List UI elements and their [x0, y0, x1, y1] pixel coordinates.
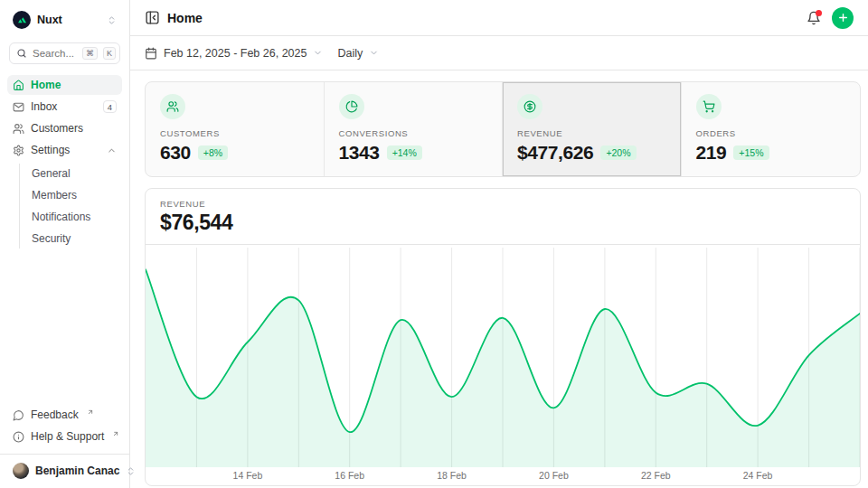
sidebar-item-security[interactable]: Security [28, 229, 122, 249]
sidebar-item-feedback[interactable]: Feedback [7, 405, 122, 425]
add-button[interactable] [832, 7, 854, 29]
x-axis-tick-label: 18 Feb [437, 470, 467, 481]
sidebar-item-members[interactable]: Members [28, 185, 122, 205]
kbd-k: K [103, 47, 116, 61]
stat-delta-badge: +14% [387, 145, 422, 160]
chart-metric-label: REVENUE [160, 199, 845, 209]
stat-label: ORDERS [696, 128, 846, 138]
home-icon [13, 80, 24, 91]
revenue-area-chart[interactable]: 14 Feb16 Feb18 Feb20 Feb22 Feb24 Feb [146, 245, 860, 485]
plus-icon [837, 12, 849, 23]
workspace-selector[interactable]: Nuxt [7, 9, 122, 31]
date-range-label: Feb 12, 2025 - Feb 26, 2025 [164, 47, 307, 60]
sidebar-spacer [7, 249, 122, 405]
sidebar-item-label: Inbox [31, 100, 97, 113]
inbox-icon [13, 101, 24, 113]
chevron-down-icon [313, 48, 323, 58]
inbox-count-badge: 4 [103, 100, 117, 113]
shopping-cart-icon [696, 94, 722, 119]
stat-value: 630 [160, 142, 191, 164]
nuxt-logo-icon [13, 11, 31, 29]
revenue-chart-card: REVENUE $76,544 14 Feb16 Feb18 Feb20 Feb… [145, 188, 861, 486]
period-select[interactable]: Daily [337, 47, 379, 60]
message-circle-icon [13, 409, 24, 421]
sidebar-nav: Home Inbox 4 Customers Settings [7, 75, 122, 249]
stats-row: CUSTOMERS 630 +8% CONVERSIONS 1343 +14% [145, 81, 861, 177]
notifications-button[interactable] [807, 11, 821, 25]
settings-subnav: General Members Notifications Security [19, 164, 122, 249]
user-menu[interactable]: Benjamin Canac [7, 461, 122, 481]
gear-icon [13, 145, 24, 156]
circle-dollar-icon [517, 94, 542, 119]
search-icon [16, 48, 27, 59]
stat-card-customers[interactable]: CUSTOMERS 630 +8% [146, 82, 325, 176]
dashboard-content: CUSTOMERS 630 +8% CONVERSIONS 1343 +14% [130, 70, 868, 486]
stat-label: CONVERSIONS [339, 128, 488, 138]
sidebar-item-home[interactable]: Home [7, 75, 122, 95]
stat-delta-badge: +15% [733, 145, 769, 160]
stat-delta-badge: +8% [198, 145, 228, 160]
sidebar-item-inbox[interactable]: Inbox 4 [7, 97, 122, 117]
external-link-icon [112, 430, 119, 437]
stat-label: REVENUE [517, 128, 666, 138]
users-icon [160, 94, 185, 119]
period-label: Daily [337, 47, 363, 60]
workspace-name: Nuxt [37, 14, 100, 26]
sidebar-item-label: Settings [31, 144, 100, 156]
sidebar-divider [0, 454, 129, 455]
sidebar: Nuxt Search... ⌘ K Home [0, 0, 130, 488]
user-avatar [13, 463, 29, 479]
chevrons-up-down-icon [107, 15, 117, 25]
sidebar-footer-nav: Feedback Help & Support [7, 405, 122, 446]
sidebar-item-help-support[interactable]: Help & Support [7, 427, 122, 446]
stat-card-revenue[interactable]: REVENUE $477,626 +20% [503, 82, 682, 176]
users-icon [13, 123, 24, 135]
stat-delta-badge: +20% [600, 145, 636, 160]
kbd-cmd: ⌘ [82, 47, 98, 61]
sidebar-item-customers[interactable]: Customers [7, 118, 122, 138]
panel-left-close-icon[interactable] [145, 10, 160, 25]
main-area: Home Feb 12, 2 [130, 0, 868, 488]
sidebar-item-general[interactable]: General [28, 164, 122, 183]
app-window: Nuxt Search... ⌘ K Home [0, 0, 868, 488]
info-circle-icon [13, 431, 24, 443]
x-axis-tick-label: 16 Feb [335, 470, 364, 481]
filters-toolbar: Feb 12, 2025 - Feb 26, 2025 Daily [130, 36, 868, 70]
x-axis-tick-label: 22 Feb [641, 470, 671, 481]
stat-card-orders[interactable]: ORDERS 219 +15% [682, 82, 861, 176]
user-name: Benjamin Canac [35, 465, 119, 477]
chart-canvas: 14 Feb16 Feb18 Feb20 Feb22 Feb24 Feb [146, 245, 860, 485]
stat-value: 219 [696, 142, 727, 164]
search-input[interactable]: Search... ⌘ K [9, 42, 120, 64]
chevron-up-icon [107, 145, 117, 155]
stat-label: CUSTOMERS [160, 128, 309, 138]
page-header: Home [130, 0, 868, 36]
external-link-icon [87, 408, 94, 416]
calendar-icon [145, 47, 157, 60]
page-title: Home [167, 11, 203, 25]
sidebar-item-label: Help & Support [31, 430, 104, 443]
chart-header: REVENUE $76,544 [146, 189, 860, 245]
sidebar-item-label: Home [31, 79, 117, 91]
sidebar-item-label: Customers [31, 122, 117, 135]
sidebar-item-label: Feedback [31, 408, 79, 421]
stat-value: $477,626 [517, 142, 593, 164]
sidebar-item-notifications[interactable]: Notifications [28, 207, 122, 227]
chart-pie-icon [339, 94, 364, 119]
x-axis-tick-label: 24 Feb [743, 470, 773, 481]
chart-metric-value: $76,544 [160, 211, 845, 235]
date-range-button[interactable]: Feb 12, 2025 - Feb 26, 2025 [145, 47, 323, 60]
x-axis-tick-label: 20 Feb [539, 470, 569, 481]
stat-card-conversions[interactable]: CONVERSIONS 1343 +14% [325, 82, 504, 176]
search-placeholder: Search... [33, 48, 77, 59]
notification-dot [816, 10, 822, 16]
sidebar-item-settings[interactable]: Settings [7, 140, 122, 160]
chevron-down-icon [369, 48, 379, 58]
stat-value: 1343 [339, 142, 380, 164]
x-axis-tick-label: 14 Feb [233, 470, 263, 481]
